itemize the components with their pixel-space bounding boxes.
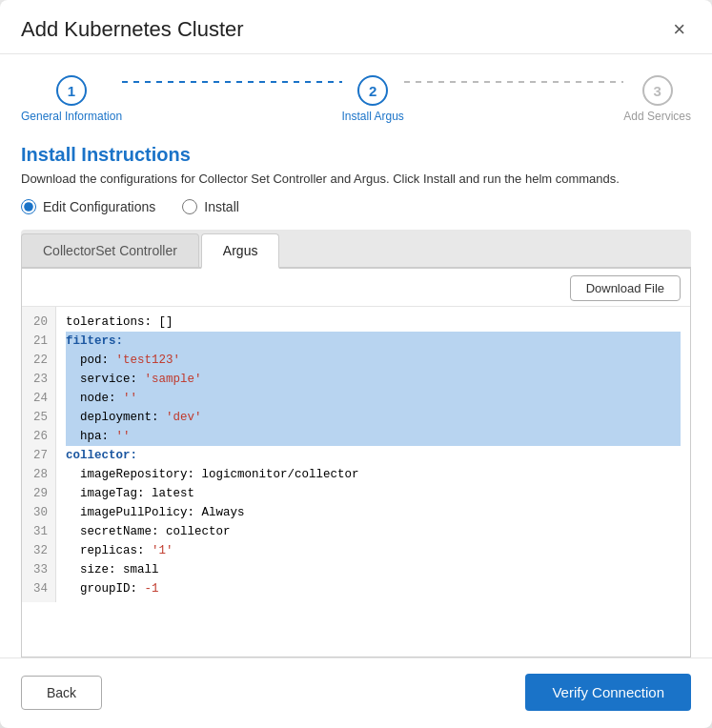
code-block: 20 21 22 23 24 25 26 27 28 29 30 31 32 3… [22, 307, 690, 602]
line-num-23: 23 [30, 370, 48, 389]
dialog-body: 1 General Information 2 Install Argus 3 … [0, 54, 712, 657]
line-num-35: 35 [30, 598, 48, 602]
edit-configurations-radio[interactable] [21, 199, 36, 214]
step-3-label: Add Services [623, 110, 691, 123]
dialog-header: Add Kubernetes Cluster × [0, 0, 712, 54]
line-num-22: 22 [30, 351, 48, 370]
line-num-33: 33 [30, 560, 48, 579]
code-line-26: hpa: '' [66, 427, 681, 446]
line-num-26: 26 [30, 427, 48, 446]
download-file-button[interactable]: Download File [570, 275, 681, 301]
install-radio-label[interactable]: Install [182, 199, 239, 214]
section-desc: Download the configurations for Collecto… [21, 172, 691, 186]
code-line-33: size: small [66, 560, 681, 579]
code-line-27: collector: [66, 446, 681, 465]
close-button[interactable]: × [667, 17, 691, 42]
install-label: Install [204, 199, 239, 214]
section-title: Install Instructions [21, 144, 691, 166]
line-num-30: 30 [30, 503, 48, 522]
stepper: 1 General Information 2 Install Argus 3 … [21, 54, 691, 131]
verify-connection-button[interactable]: Verify Connection [525, 674, 691, 711]
step-3: 3 Add Services [623, 75, 691, 123]
line-num-34: 34 [30, 579, 48, 598]
code-line-31: secretName: collector [66, 522, 681, 541]
code-line-21: filters: [66, 332, 681, 351]
line-num-24: 24 [30, 389, 48, 408]
step-1-circle: 1 [56, 75, 87, 106]
code-line-22: pod: 'test123' [66, 351, 681, 370]
step-1-label: General Information [21, 110, 122, 123]
step-2: 2 Install Argus [342, 75, 404, 123]
code-line-20: tolerations: [] [66, 313, 681, 332]
tab-collectorset-controller[interactable]: CollectorSet Controller [21, 233, 199, 267]
line-num-21: 21 [30, 332, 48, 351]
code-lines: tolerations: [] filters: pod: 'test123' … [56, 307, 690, 602]
step-3-circle: 3 [642, 75, 673, 106]
tab-argus[interactable]: Argus [201, 233, 280, 269]
code-line-28: imageRepository: logicmonitor/collector [66, 465, 681, 484]
step-2-circle: 2 [357, 75, 388, 106]
line-num-25: 25 [30, 408, 48, 427]
install-radio[interactable] [182, 199, 197, 214]
code-line-35: escalationChainID: '0' [66, 598, 681, 602]
code-line-25: deployment: 'dev' [66, 408, 681, 427]
step-line-1-2 [122, 81, 341, 83]
code-line-34: groupID: -1 [66, 579, 681, 598]
line-num-28: 28 [30, 465, 48, 484]
line-num-29: 29 [30, 484, 48, 503]
line-numbers: 20 21 22 23 24 25 26 27 28 29 30 31 32 3… [22, 307, 56, 602]
tabs-container: CollectorSet Controller Argus [21, 230, 691, 269]
code-line-30: imagePullPolicy: Always [66, 503, 681, 522]
step-2-label: Install Argus [342, 110, 404, 123]
step-line-2-3 [404, 81, 623, 83]
dialog-footer: Back Verify Connection [0, 657, 712, 728]
code-wrapper: Download File 20 21 22 23 24 25 26 27 28… [21, 269, 691, 657]
edit-configurations-radio-label[interactable]: Edit Configurations [21, 199, 155, 214]
code-line-23: service: 'sample' [66, 370, 681, 389]
edit-configurations-label: Edit Configurations [43, 199, 155, 214]
add-kubernetes-cluster-dialog: Add Kubernetes Cluster × 1 General Infor… [0, 0, 712, 728]
code-line-29: imageTag: latest [66, 484, 681, 503]
line-num-32: 32 [30, 541, 48, 560]
back-button[interactable]: Back [21, 676, 102, 710]
dialog-title: Add Kubernetes Cluster [21, 17, 244, 42]
code-line-24: node: '' [66, 389, 681, 408]
code-line-32: replicas: '1' [66, 541, 681, 560]
line-num-20: 20 [30, 313, 48, 332]
download-btn-row: Download File [22, 269, 690, 307]
line-num-31: 31 [30, 522, 48, 541]
radio-group: Edit Configurations Install [21, 199, 691, 214]
line-num-27: 27 [30, 446, 48, 465]
step-1: 1 General Information [21, 75, 122, 123]
